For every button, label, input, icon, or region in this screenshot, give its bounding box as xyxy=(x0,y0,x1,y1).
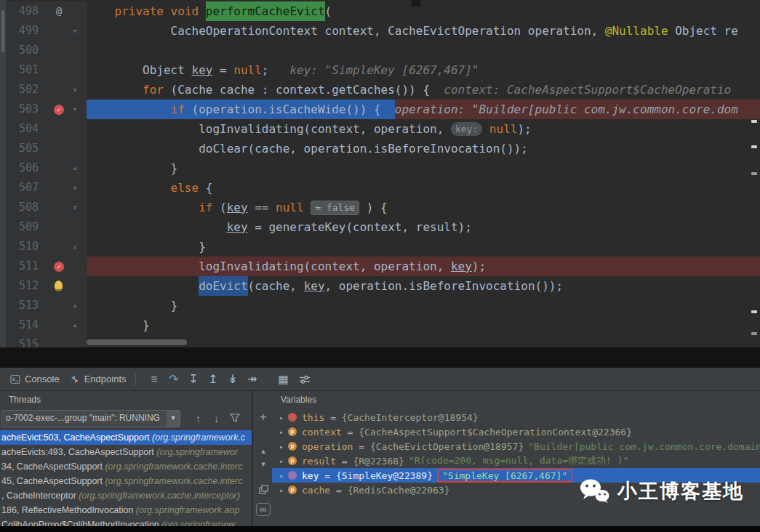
code-line-513[interactable]: 513▵ } xyxy=(6,296,760,315)
scroll-up-icon[interactable]: ▴ xyxy=(253,446,273,456)
fold-marker-icon[interactable]: ▵ xyxy=(68,296,81,315)
force-step-into-icon[interactable]: ↡ xyxy=(223,372,243,386)
error-stripe-mark[interactable] xyxy=(751,310,757,313)
stack-frame-row[interactable]: 34, CacheAspectSupport (org.springframew… xyxy=(0,459,252,474)
code-token: else xyxy=(171,178,199,198)
line-number: 515 xyxy=(19,335,49,347)
variable-row-result[interactable]: ▸presult = {R@22368}"R(code=200, msg=nul… xyxy=(272,454,760,468)
step-over-icon[interactable]: ↧ xyxy=(184,372,204,386)
variable-row-this[interactable]: ▸this = {CacheInterceptor@18954} xyxy=(272,410,760,424)
stack-frame-row[interactable]: acheEvicts:493, CacheAspectSupport (org.… xyxy=(0,445,252,459)
layout-editor-icon[interactable]: ▦ xyxy=(279,373,289,386)
stack-frame-row[interactable]: acheEvict:503, CacheAspectSupport (org.s… xyxy=(0,430,252,445)
gutter-spacer xyxy=(49,198,68,217)
code-line-502[interactable]: 502▿ for (Cache cache : context.getCache… xyxy=(6,80,760,100)
stack-frame-row[interactable]: 45, CacheAspectSupport (org.springframew… xyxy=(0,474,252,488)
frame-location: CglibAopProxy$CglibMethodInvocation xyxy=(1,520,161,526)
fold-marker-icon[interactable]: ▵ xyxy=(68,315,81,335)
resume-program-icon[interactable]: ↷ xyxy=(164,372,184,386)
expand-chevron-icon[interactable]: ▸ xyxy=(276,486,287,494)
fold-marker-icon[interactable]: ▿ xyxy=(68,178,81,198)
horizontal-scrollbar-thumb[interactable] xyxy=(87,339,187,345)
filter-funnel-icon[interactable] xyxy=(225,413,244,424)
fold-marker-icon[interactable]: ▿ xyxy=(68,21,81,41)
fold-marker-icon[interactable]: ▿ xyxy=(68,80,81,100)
code-line-500[interactable]: 500 xyxy=(6,41,760,60)
code-line-505[interactable]: 505 doClear(cache, operation.isBeforeInv… xyxy=(6,139,760,158)
tool-window-stripe[interactable] xyxy=(0,0,7,347)
code-line-503[interactable]: 503✓▿ if (operation.isCacheWide()) { ope… xyxy=(6,100,760,119)
error-stripe-mark[interactable] xyxy=(751,120,757,123)
expand-chevron-icon[interactable]: ▸ xyxy=(276,443,287,451)
error-stripe-mark[interactable] xyxy=(751,332,757,335)
fold-marker-icon[interactable]: ▵ xyxy=(68,237,81,257)
expand-chevron-icon[interactable]: ▸ xyxy=(276,428,287,436)
code-token xyxy=(87,178,171,198)
code-text: for (Cache cache : context.getCaches()) … xyxy=(87,80,760,100)
gutter-spacer xyxy=(49,119,68,139)
frame-location: 186, ReflectiveMethodInvocation xyxy=(1,505,136,515)
code-line-508[interactable]: 508▿ if (key == null = false ) { xyxy=(6,198,760,217)
navigate-down-icon[interactable]: ↓ xyxy=(207,413,225,424)
code-line-509[interactable]: 509 key = generateKey(context, result); xyxy=(6,217,760,237)
navigate-up-icon[interactable]: ↑ xyxy=(189,413,207,424)
code-line-514[interactable]: 514▵ } xyxy=(6,315,760,335)
fold-marker-icon[interactable]: ▿ xyxy=(68,198,81,217)
frame-package: (org.springframew xyxy=(161,520,235,526)
error-stripe-mark[interactable] xyxy=(751,145,757,148)
code-text: logInvalidating(context, operation, key)… xyxy=(87,257,760,276)
equals-sign: = xyxy=(319,470,335,481)
fold-marker-icon[interactable]: ▵ xyxy=(68,158,81,178)
threads-panel: Threads o-7002-exec-...group "main": RUN… xyxy=(0,391,252,526)
variable-reference: {CacheEvictOperation@18957} xyxy=(370,441,524,452)
line-number: 505 xyxy=(19,139,49,158)
expand-chevron-icon[interactable]: ▸ xyxy=(276,472,287,480)
code-line-506[interactable]: 506▵ } xyxy=(6,158,760,178)
code-line-499[interactable]: 499▿ CacheOperationContext context, Cach… xyxy=(6,21,760,41)
code-line-512[interactable]: 512 doEvict(cache, key, operation.isBefo… xyxy=(6,276,760,296)
expand-chevron-icon[interactable]: ▸ xyxy=(276,457,287,465)
fold-marker-icon[interactable]: ▿ xyxy=(68,100,81,119)
code-line-498[interactable]: 498@ private void performCacheEvict( xyxy=(6,1,760,21)
code-token: @Nullable xyxy=(605,21,668,41)
stripe-thumb[interactable] xyxy=(1,10,4,52)
step-out-icon[interactable]: ↥ xyxy=(204,372,223,386)
stack-frame-row[interactable]: CglibAopProxy$CglibMethodInvocation (org… xyxy=(0,517,252,526)
run-to-cursor-icon[interactable]: ↠ xyxy=(243,372,263,386)
stack-frame-row[interactable]: 186, ReflectiveMethodInvocation (org.spr… xyxy=(0,503,252,517)
tab-endpoints[interactable]: Endpoints xyxy=(70,374,127,384)
error-stripe-mark[interactable] xyxy=(751,172,757,175)
settings-sliders-icon[interactable] xyxy=(299,374,311,384)
intention-bulb-icon[interactable] xyxy=(55,281,63,291)
expand-chevron-icon[interactable]: ▸ xyxy=(276,414,287,422)
code-token: } xyxy=(87,158,177,178)
threads-panel-title: Threads xyxy=(0,391,252,408)
code-editor[interactable]: 498@ private void performCacheEvict(499▿… xyxy=(0,0,760,347)
code-line-501[interactable]: 501 Object key = null; key: "SimpleKey [… xyxy=(6,60,760,80)
code-token: logInvalidating(context, operation, xyxy=(87,119,451,139)
variable-row-operation[interactable]: ▸poperation = {CacheEvictOperation@18957… xyxy=(272,439,760,454)
frame-package: (org.springframework.cache.interc xyxy=(105,462,242,472)
scroll-down-icon[interactable]: ▾ xyxy=(253,459,273,469)
breakpoint-icon[interactable]: ✓ xyxy=(54,105,64,115)
copy-icon[interactable] xyxy=(253,484,273,497)
thread-selector[interactable]: o-7002-exec-...group "main": RUNNING ▾ xyxy=(1,410,180,427)
chevron-down-icon[interactable]: ▾ xyxy=(167,411,180,427)
variable-row-context[interactable]: ▸pcontext = {CacheAspectSupport$CacheOpe… xyxy=(272,424,760,439)
code-line-507[interactable]: 507▿ else { xyxy=(6,178,760,198)
stack-frame-row[interactable]: , CacheInterceptor (org.springframework.… xyxy=(0,488,252,503)
evaluate-infinity-icon[interactable]: ∞ xyxy=(256,503,271,516)
tab-console[interactable]: Console xyxy=(10,374,60,384)
code-line-510[interactable]: 510▵ } xyxy=(6,237,760,257)
code-line-511[interactable]: 511✓ logInvalidating(context, operation,… xyxy=(6,257,760,276)
code-line-504[interactable]: 504 logInvalidating(context, operation, … xyxy=(6,119,760,139)
intellij-debugger-window: 498@ private void performCacheEvict(499▿… xyxy=(0,0,760,532)
equals-sign: = xyxy=(342,427,359,438)
breakpoint-icon[interactable]: ✓ xyxy=(54,262,64,272)
code-text: doEvict(cache, key, operation.isBeforeIn… xyxy=(87,276,760,296)
wechat-icon xyxy=(580,478,610,504)
code-token: doClear(cache, operation.isBeforeInvocat… xyxy=(87,139,528,158)
code-token: null xyxy=(276,198,304,217)
add-watch-icon[interactable]: + xyxy=(253,410,273,424)
frames-menu-icon[interactable]: ≡ xyxy=(145,373,164,386)
